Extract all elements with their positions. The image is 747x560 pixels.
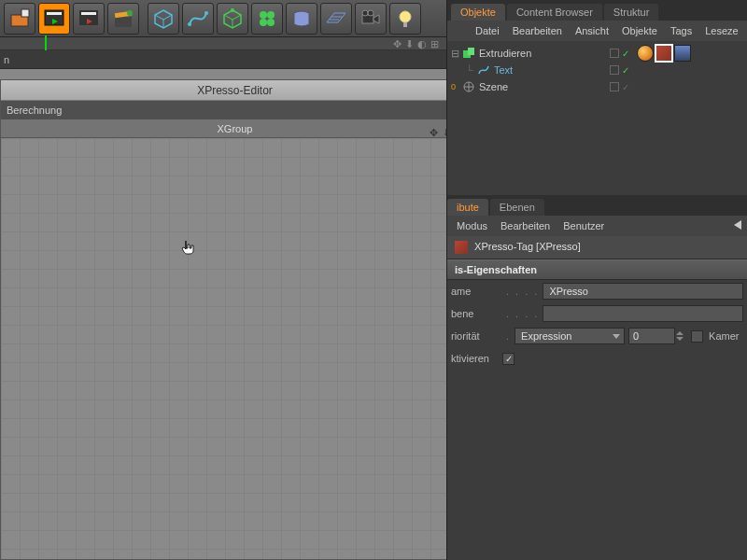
- svg-marker-21: [374, 15, 379, 23]
- menu-datei[interactable]: Datei: [475, 25, 500, 36]
- xgroup-label: XGroup: [218, 123, 253, 134]
- menu-tags[interactable]: Tags: [670, 25, 692, 36]
- xpresso-tag-icon: [455, 241, 468, 254]
- tool-autokey-icon[interactable]: [4, 3, 35, 35]
- tool-nurbs-icon[interactable]: [217, 3, 248, 35]
- back-arrow-icon[interactable]: [734, 220, 741, 230]
- svg-rect-27: [468, 48, 474, 55]
- tool-record-icon[interactable]: [38, 3, 70, 35]
- visibility-toggle[interactable]: [610, 49, 619, 58]
- tool-play-icon[interactable]: [73, 3, 105, 35]
- prop-prioritaet: riorität. Expression Kamer: [447, 325, 747, 347]
- xpresso-editor-window: XPresso-Editor Berechnung XGroup ✥ ⬇: [0, 79, 470, 560]
- prop-name: ame. . . .: [447, 280, 747, 302]
- menu-bearbeiten[interactable]: Bearbeiten: [513, 25, 562, 36]
- svg-point-18: [260, 19, 267, 26]
- svg-point-19: [267, 19, 275, 26]
- tree-line-icon: └: [466, 64, 475, 76]
- tab-objekte[interactable]: Objekte: [451, 4, 505, 21]
- tool-deformer-icon[interactable]: [286, 3, 317, 35]
- kamera-checkbox[interactable]: [691, 330, 703, 343]
- attribute-tabs: ibute Ebenen: [447, 195, 747, 216]
- svg-rect-3: [47, 12, 62, 15]
- ebene-input[interactable]: [543, 305, 743, 322]
- tool-cube-icon[interactable]: [148, 3, 179, 35]
- prioritaet-number[interactable]: [628, 328, 675, 344]
- svg-point-15: [231, 8, 234, 12]
- expand-icon[interactable]: ⊟: [451, 48, 460, 60]
- svg-rect-6: [81, 12, 96, 15]
- tool-spline-icon[interactable]: [182, 3, 214, 35]
- tool-floor-icon[interactable]: [320, 3, 352, 35]
- prioritaet-select[interactable]: Expression: [514, 328, 625, 344]
- xpresso-menu-berechnung[interactable]: Berechnung: [1, 101, 469, 119]
- object-manager-menu: Datei Bearbeiten Ansicht Objekte Tags Le…: [447, 21, 747, 41]
- menu-benutzer[interactable]: Benutzer: [563, 220, 604, 231]
- svg-rect-25: [403, 22, 407, 27]
- tab-content-browser[interactable]: Content Browser: [507, 4, 602, 21]
- svg-rect-1: [21, 9, 29, 17]
- svg-point-23: [368, 10, 374, 16]
- svg-point-12: [188, 22, 191, 26]
- scene-num-icon: 0: [451, 82, 460, 91]
- move-icon[interactable]: ✥: [428, 123, 439, 134]
- chevron-down-icon: [613, 334, 620, 339]
- tag-xpresso-icon[interactable]: [655, 45, 672, 62]
- attribute-menu: Modus Bearbeiten Benutzer: [447, 216, 747, 236]
- timeline-ruler[interactable]: ✥⬇◐⊞: [0, 37, 446, 50]
- tool-array-icon[interactable]: [251, 3, 283, 35]
- text-spline-icon: [477, 63, 490, 77]
- menu-lesezeichen[interactable]: Leseze: [705, 25, 738, 36]
- menu-ansicht[interactable]: Ansicht: [575, 25, 609, 36]
- render-toggle[interactable]: ✓: [622, 65, 629, 76]
- svg-point-16: [260, 11, 267, 19]
- svg-point-24: [400, 11, 411, 22]
- timeline-track[interactable]: n: [0, 50, 446, 69]
- xpresso-title[interactable]: XPresso-Editor: [1, 80, 469, 101]
- menu-objekte[interactable]: Objekte: [622, 25, 657, 36]
- tool-camera-icon[interactable]: [355, 3, 387, 35]
- tool-clapper-icon[interactable]: [107, 3, 139, 35]
- cursor-icon: [180, 239, 197, 256]
- menu-bearbeiten-attr[interactable]: Bearbeiten: [500, 220, 550, 231]
- section-basis[interactable]: is-Eigenschaften: [447, 259, 747, 280]
- svg-rect-20: [362, 15, 374, 23]
- menu-modus[interactable]: Modus: [457, 220, 487, 231]
- right-panel: Objekte Content Browser Struktur Datei B…: [446, 0, 747, 560]
- tree-row-extrudieren[interactable]: ⊟ Extrudieren ✓: [451, 45, 743, 62]
- prop-ebene: bene. . . .: [447, 302, 747, 325]
- visibility-toggle[interactable]: [610, 82, 619, 91]
- tree-row-szene[interactable]: 0 Szene ✓: [451, 78, 743, 95]
- render-toggle[interactable]: ✓: [622, 82, 629, 92]
- timeline-playhead-icon[interactable]: [45, 35, 47, 50]
- number-stepper[interactable]: [676, 331, 684, 341]
- render-toggle[interactable]: ✓: [622, 49, 629, 59]
- tab-struktur[interactable]: Struktur: [604, 4, 659, 21]
- tree-row-text[interactable]: └ Text ✓: [451, 62, 743, 78]
- tag-display-icon[interactable]: [674, 45, 691, 62]
- prop-aktivieren: ktivieren ✓: [447, 347, 747, 370]
- svg-point-17: [267, 11, 275, 19]
- xgroup-header[interactable]: XGroup ✥ ⬇: [1, 119, 469, 138]
- tab-ebenen[interactable]: Ebenen: [490, 199, 544, 216]
- aktivieren-checkbox[interactable]: ✓: [502, 353, 514, 365]
- svg-point-10: [127, 10, 133, 16]
- attr-title: XPresso-Tag [XPresso]: [447, 236, 747, 259]
- tag-phong-icon[interactable]: [637, 45, 654, 62]
- name-input[interactable]: [543, 283, 743, 300]
- extrude-icon: [462, 47, 475, 60]
- visibility-toggle[interactable]: [610, 65, 619, 75]
- svg-point-22: [362, 10, 368, 16]
- xpresso-canvas[interactable]: [1, 138, 469, 559]
- svg-point-13: [204, 11, 208, 15]
- object-tree[interactable]: ⊟ Extrudieren ✓ └ Text ✓ 0 Szene ✓: [447, 41, 747, 195]
- svg-rect-8: [115, 17, 132, 27]
- tab-attribute[interactable]: ibute: [447, 199, 488, 216]
- object-manager-tabs: Objekte Content Browser Struktur: [447, 0, 747, 21]
- attribute-body: XPresso-Tag [XPresso] is-Eigenschaften a…: [447, 236, 747, 560]
- null-icon: [462, 80, 475, 93]
- tool-light-icon[interactable]: [389, 3, 421, 35]
